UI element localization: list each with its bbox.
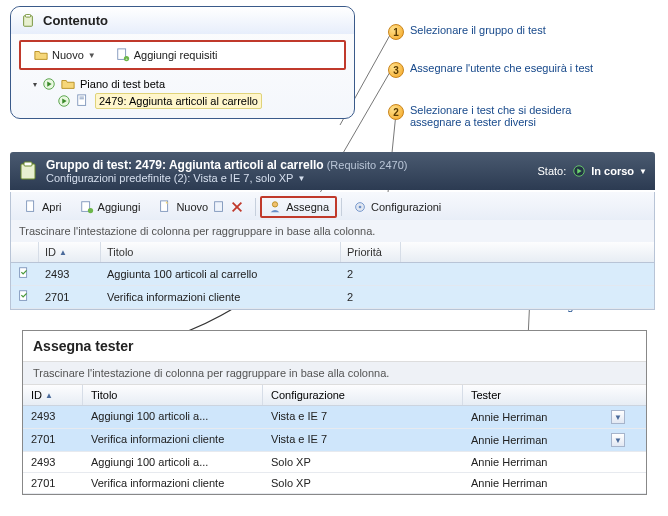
test-icon [17,266,31,280]
gear-icon [353,200,367,214]
suite-header: Gruppo di test: 2479: Aggiunta articoli … [10,152,655,190]
cell-config: Solo XP [263,473,463,493]
folder-icon [61,77,75,91]
cell-id: 2493 [23,452,83,472]
content-toolbar: Nuovo ▼ + Aggiungi requisiti [19,40,346,70]
new-doc-icon [158,200,172,214]
user-icon [268,200,282,214]
table-row[interactable]: 2701Verifica informazioni clienteSolo XP… [23,473,646,494]
state-dropdown[interactable]: In corso ▼ [572,164,647,178]
sort-asc-icon: ▲ [59,248,67,257]
suite-req: (Requisito 2470) [327,159,408,171]
page-icon [212,200,226,214]
cell-title: Aggiunta 100 articoli al carrello [101,265,341,283]
assign-tester-dialog: Assegna tester Trascinare l'intestazione… [22,330,647,495]
cell-title: Aggiungi 100 articoli a... [83,452,263,472]
cell-tester[interactable]: Annie Herriman▼ [463,406,633,428]
cell-tester[interactable]: Annie Herriman▼ [463,429,633,451]
new-button[interactable]: Nuovo ▼ [27,45,103,65]
tree-suite-label: 2479: Aggiunta articoli al carrello [95,93,262,109]
expander-icon[interactable]: ▾ [33,80,37,89]
callout-2: 2 Selezionare i test che si desidera ass… [388,104,571,128]
requirement-icon: + [116,48,130,62]
new-test-button[interactable]: Nuovo [151,197,251,217]
add-button[interactable]: Aggiungi [73,197,148,217]
callout-3: 3 Assegnare l'utente che eseguirà i test [388,62,593,78]
svg-point-29 [273,202,278,207]
cell-title: Aggiungi 100 articoli a... [83,406,263,428]
tree-plan-label: Piano di test beta [80,78,165,90]
clipboard-icon [21,14,35,28]
svg-rect-32 [20,268,27,278]
col-id[interactable]: ID▲ [39,242,101,262]
dialog-group-hint: Trascinare l'intestazione di colonna per… [23,361,646,385]
cell-priority: 2 [341,265,401,283]
svg-rect-17 [80,98,84,99]
callout-1: 1 Selezionare il gruppo di test [388,24,546,40]
add-requirements-button[interactable]: + Aggiungi requisiti [109,45,225,65]
svg-point-31 [359,206,362,209]
cell-title: Verifica informazioni cliente [83,473,263,493]
dropdown-toggle[interactable]: ▼ [611,433,625,447]
cell-title: Verifica informazioni cliente [83,429,263,451]
group-hint: Trascinare l'intestazione di colonna per… [10,220,655,243]
open-button[interactable]: Apri [17,197,69,217]
svg-rect-19 [24,162,32,166]
col-priority[interactable]: Priorità [341,242,401,262]
content-title: Contenuto [43,13,108,28]
document-icon [24,200,38,214]
config-line: Configurazioni predefinite (2): Vista e … [46,172,293,184]
cell-id: 2701 [23,429,83,451]
assign-button[interactable]: Assegna [260,196,337,218]
table-row[interactable]: 2493Aggiungi 100 articoli a...Vista e IE… [23,406,646,429]
dlg-col-title[interactable]: Titolo [83,385,263,405]
tree-plan-row[interactable]: ▾ Piano di test beta [19,76,346,92]
tree: ▾ Piano di test beta 2479: Aggiunta arti… [19,76,346,110]
action-toolbar: Apri Aggiungi Nuovo Assegna Configurazio… [10,192,655,223]
folder-icon [34,48,48,62]
svg-rect-22 [27,201,34,212]
configurations-button[interactable]: Configurazioni [346,197,448,217]
dlg-col-config[interactable]: Configurazione [263,385,463,405]
tests-grid: ID▲ Titolo Priorità 2493Aggiunta 100 art… [10,242,655,310]
chevron-down-icon[interactable]: ▼ [297,174,305,183]
cell-id: 2701 [23,473,83,493]
cell-tester[interactable]: Annie Herriman [463,473,633,493]
svg-rect-7 [25,14,30,17]
table-row[interactable]: 2493Aggiunta 100 articoli al carrello2 [11,263,654,286]
table-row[interactable]: 2701Verifica informazioni cliente2 [11,286,654,309]
cell-id: 2493 [39,265,101,283]
content-header: Contenuto [11,7,354,34]
cell-tester[interactable]: Annie Herriman [463,452,633,472]
table-row[interactable]: 2493Aggiungi 100 articoli a...Solo XPAnn… [23,452,646,473]
svg-rect-16 [80,97,84,98]
state-label: Stato: [538,165,567,177]
tree-suite-row[interactable]: 2479: Aggiunta articoli al carrello [19,92,346,110]
delete-icon[interactable] [230,200,244,214]
cell-config: Solo XP [263,452,463,472]
table-row[interactable]: 2701Verifica informazioni clienteVista e… [23,429,646,452]
dropdown-toggle[interactable]: ▼ [611,410,625,424]
play-icon [57,94,71,108]
dlg-col-tester[interactable]: Tester [463,385,633,405]
svg-text:+: + [125,56,128,61]
badge-3: 3 [388,62,404,78]
svg-rect-33 [20,291,27,301]
col-title[interactable]: Titolo [101,242,341,262]
grid-header-row: ID▲ Titolo Priorità [11,242,654,263]
cell-config: Vista e IE 7 [263,406,463,428]
cell-id: 2493 [23,406,83,428]
badge-2: 2 [388,104,404,120]
add-test-icon [80,200,94,214]
test-icon [17,289,31,303]
dlg-col-id[interactable]: ID▲ [23,385,83,405]
content-panel: Contenuto Nuovo ▼ + Aggiungi requisiti ▾… [10,6,355,119]
dialog-title: Assegna tester [23,331,646,361]
requirement-icon [76,94,90,108]
clipboard-icon [18,161,38,181]
cell-title: Verifica informazioni cliente [101,288,341,306]
play-icon [572,164,586,178]
play-icon [42,77,56,91]
badge-1: 1 [388,24,404,40]
svg-rect-26 [215,202,223,212]
